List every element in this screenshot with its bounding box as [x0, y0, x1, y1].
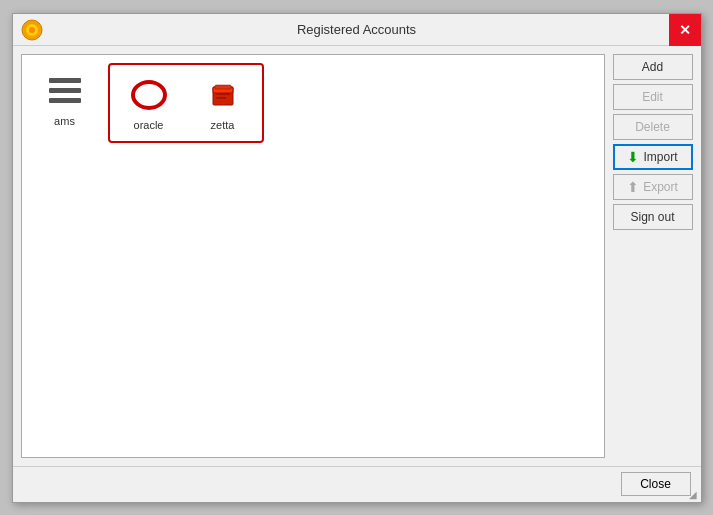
export-button[interactable]: ⬆ Export [613, 174, 693, 200]
svg-rect-7 [216, 97, 226, 99]
app-icon [21, 19, 43, 41]
accounts-panel: ams oracle [21, 54, 605, 458]
oracle-label: oracle [134, 119, 164, 131]
buttons-panel: Add Edit Delete ⬇ Import ⬆ Export Sign o… [613, 54, 693, 458]
account-item-zetta[interactable]: zetta [188, 69, 258, 137]
ams-line2 [49, 88, 81, 93]
window-close-button[interactable]: ✕ [669, 14, 701, 46]
oracle-icon-area [125, 75, 173, 115]
oracle-icon [131, 80, 167, 110]
export-label: Export [643, 180, 678, 194]
ams-icon-area [41, 71, 89, 111]
close-button[interactable]: Close [621, 472, 691, 496]
edit-button[interactable]: Edit [613, 84, 693, 110]
ams-line1 [49, 78, 81, 83]
svg-rect-5 [215, 85, 231, 89]
ams-label: ams [54, 115, 75, 127]
sign-out-button[interactable]: Sign out [613, 204, 693, 230]
ams-line3 [49, 98, 81, 103]
footer: Close ◢ [13, 466, 701, 502]
import-label: Import [643, 150, 677, 164]
accounts-grid: ams oracle [30, 63, 596, 143]
add-button[interactable]: Add [613, 54, 693, 80]
delete-button[interactable]: Delete [613, 114, 693, 140]
svg-rect-6 [216, 93, 230, 95]
window-title: Registered Accounts [297, 22, 416, 37]
registered-accounts-window: Registered Accounts ✕ ams [12, 13, 702, 503]
import-button[interactable]: ⬇ Import [613, 144, 693, 170]
selection-group: oracle [108, 63, 264, 143]
zetta-label: zetta [211, 119, 235, 131]
resize-handle: ◢ [689, 489, 697, 500]
content-area: ams oracle [13, 46, 701, 466]
svg-point-2 [29, 27, 35, 33]
account-item-ams[interactable]: ams [30, 63, 100, 135]
zetta-icon-area [199, 75, 247, 115]
export-icon: ⬆ [627, 179, 639, 195]
import-icon: ⬇ [627, 149, 639, 165]
zetta-icon [207, 79, 239, 111]
ams-icon [49, 78, 81, 103]
title-bar: Registered Accounts ✕ [13, 14, 701, 46]
account-item-oracle[interactable]: oracle [114, 69, 184, 137]
